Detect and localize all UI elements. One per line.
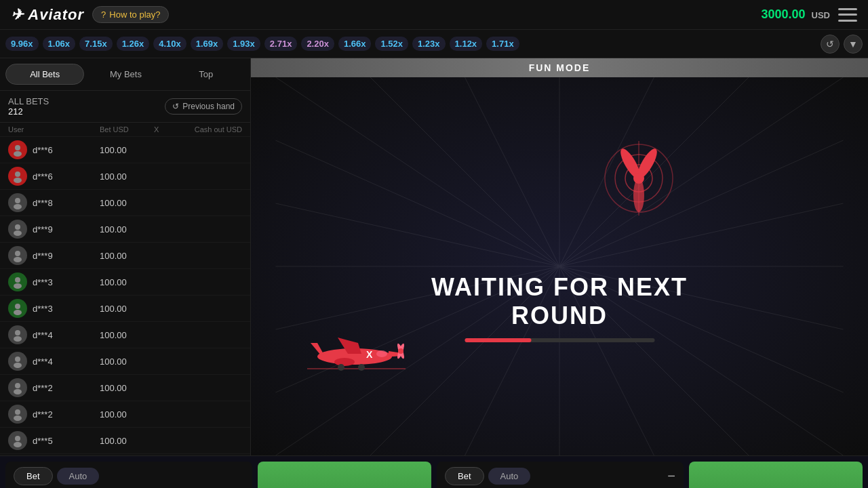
logo: ✈ Aviator [11, 6, 84, 24]
tab-all-bets[interactable]: All Bets [5, 64, 84, 85]
multiplier-item[interactable]: 1.93x [227, 37, 260, 51]
table-row: d***9 100.00 [0, 216, 250, 243]
multiplier-item[interactable]: 2.71x [264, 37, 298, 51]
avatar [8, 272, 27, 291]
svg-point-15 [14, 336, 22, 342]
panel-2-auto-tab[interactable]: Auto [488, 468, 531, 485]
how-to-play-button[interactable]: ? How to play? [92, 6, 169, 23]
svg-point-7 [14, 230, 22, 236]
chevron-down-icon[interactable]: ▼ [844, 35, 863, 54]
top-bar: ✈ Aviator ? How to play? 3000.00 USD [0, 0, 868, 30]
bet-amount: 100.00 [100, 304, 154, 314]
bet-list: d***6 100.00 d***6 100.00 d***8 100.00 [0, 137, 250, 455]
multiplier-controls: ↺ ▼ [821, 35, 863, 54]
svg-line-44 [276, 203, 560, 266]
bet-user: d***3 [33, 277, 100, 287]
panel-1-bet-tab[interactable]: Bet [14, 467, 53, 485]
bet-amount: 100.00 [100, 145, 154, 155]
bet-user: d***2 [33, 409, 100, 420]
multiplier-item[interactable]: 2.20x [301, 37, 334, 51]
svg-line-47 [370, 77, 559, 266]
history-icon[interactable]: ↺ [821, 35, 840, 54]
multiplier-item[interactable]: 4.10x [153, 37, 186, 51]
multiplier-item[interactable]: 7.15x [79, 37, 113, 51]
bet-user: d***3 [33, 304, 100, 314]
bet-user: d***2 [33, 383, 100, 393]
multiplier-item[interactable]: 1.71x [486, 37, 519, 51]
svg-point-18 [15, 383, 20, 388]
svg-point-11 [14, 283, 22, 289]
avatar [8, 352, 27, 371]
bet-panel-2: Bet Auto − − + 1 2 5 10 [437, 462, 684, 488]
multiplier-item[interactable]: 1.26x [117, 37, 150, 51]
svg-point-21 [14, 415, 22, 421]
svg-point-3 [14, 178, 22, 183]
waiting-text: WAITING FOR NEXT ROUND [406, 273, 714, 330]
svg-point-5 [14, 204, 22, 209]
table-row: d***2 100.00 [0, 375, 250, 401]
bet-button-2[interactable]: BET 1.00 USD [689, 462, 863, 488]
panel-1-tabs: Bet Auto [14, 467, 244, 485]
top-bar-left: ✈ Aviator ? How to play? [11, 6, 169, 24]
bottom-panel: Bet Auto − + 1 2 5 10 BET 1.00 USD Bet A… [0, 455, 868, 488]
svg-point-2 [15, 171, 20, 177]
avatar [8, 378, 27, 397]
refresh-icon: ↺ [172, 102, 179, 111]
bet-button-1[interactable]: BET 1.00 USD [258, 462, 431, 488]
bet-user: d***6 [33, 171, 100, 182]
panel-2-tabs: Bet Auto − [445, 467, 675, 485]
col-bet: Bet USD [100, 125, 154, 134]
multiplier-bar: 9.96x 1.06x 7.15x 1.26x 4.10x 1.69x 1.93… [0, 30, 868, 58]
svg-point-9 [14, 257, 22, 262]
svg-point-6 [15, 224, 20, 230]
canvas-area: X WAITING FOR NEXT ROUND [251, 77, 868, 455]
bet-amount: 100.00 [100, 330, 154, 340]
bet-user: d***6 [33, 145, 100, 155]
multiplier-item[interactable]: 1.69x [191, 37, 224, 51]
bet-user: d***5 [33, 436, 100, 446]
svg-point-65 [358, 364, 365, 371]
svg-point-8 [15, 251, 20, 256]
multiplier-item[interactable]: 1.06x [43, 37, 76, 51]
svg-line-48 [465, 77, 560, 266]
multiplier-item[interactable]: 9.96x [5, 37, 39, 51]
svg-point-14 [15, 330, 20, 336]
bet-amount: 100.00 [100, 357, 154, 367]
svg-point-22 [15, 436, 20, 441]
radar-icon [595, 134, 683, 225]
bet-panel-1: Bet Auto − + 1 2 5 10 [5, 462, 252, 488]
panel-2-bet-tab[interactable]: Bet [445, 467, 484, 485]
tab-top[interactable]: Top [167, 64, 245, 85]
tab-my-bets[interactable]: My Bets [87, 64, 164, 85]
multiplier-item[interactable]: 1.66x [338, 37, 372, 51]
previous-hand-button[interactable]: ↺ Previous hand [165, 98, 242, 115]
svg-point-1 [14, 151, 22, 157]
svg-line-46 [276, 77, 560, 266]
fun-mode-bar: FUN MODE [251, 58, 868, 77]
svg-point-19 [14, 389, 22, 394]
svg-point-13 [14, 310, 22, 315]
bet-user: d***9 [33, 251, 100, 261]
sunrays-decoration [251, 77, 868, 455]
panel-1-auto-tab[interactable]: Auto [57, 468, 100, 485]
table-row: d***3 100.00 [0, 269, 250, 296]
multiplier-item[interactable]: 1.52x [375, 37, 408, 51]
bet-amount: 100.00 [100, 409, 154, 420]
avatar [8, 431, 27, 450]
panel-2-remove-button[interactable]: − [667, 468, 675, 484]
progress-bar [465, 338, 654, 342]
table-row: d***5 100.00 [0, 454, 250, 455]
menu-icon[interactable] [838, 8, 857, 22]
svg-line-45 [276, 140, 560, 266]
svg-point-10 [15, 277, 20, 283]
table-row: d***2 100.00 [0, 401, 250, 428]
waiting-text-container: WAITING FOR NEXT ROUND [406, 273, 714, 342]
svg-point-20 [15, 409, 20, 415]
game-area: FUN MODE [251, 58, 868, 455]
multiplier-item[interactable]: 1.23x [412, 37, 446, 51]
bet-amount: 100.00 [100, 251, 154, 261]
col-user: User [8, 125, 100, 134]
multiplier-item[interactable]: 1.12x [450, 37, 483, 51]
svg-text:X: X [366, 349, 373, 360]
svg-point-23 [14, 442, 22, 447]
